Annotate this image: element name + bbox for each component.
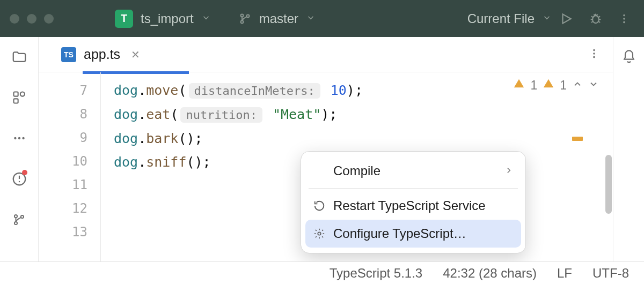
structure-tool-icon[interactable] <box>10 88 28 107</box>
svg-point-22 <box>318 232 321 235</box>
run-icon[interactable] <box>559 12 573 26</box>
zoom-window-button[interactable] <box>44 14 54 24</box>
git-branch-icon <box>239 12 252 25</box>
ts-version-widget[interactable]: TypeScript 5.1.3 <box>330 266 422 281</box>
warning-marker[interactable] <box>572 137 583 141</box>
editor-tab-bar: TS app.ts ✕ <box>39 37 613 72</box>
svg-point-11 <box>14 137 16 139</box>
project-name-dropdown[interactable]: ts_import <box>141 11 194 26</box>
next-highlight-icon[interactable] <box>588 78 599 93</box>
warning-icon <box>543 78 554 93</box>
caret-position-widget[interactable]: 42:32 (28 chars) <box>443 266 537 281</box>
warning-icon <box>513 78 525 93</box>
prev-highlight-icon[interactable] <box>572 78 583 93</box>
chevron-down-icon <box>306 13 316 25</box>
notifications-icon[interactable] <box>620 48 638 66</box>
typescript-file-icon: TS <box>61 47 76 62</box>
svg-point-4 <box>592 16 599 23</box>
notification-dot <box>22 170 27 175</box>
svg-point-13 <box>22 137 24 139</box>
left-toolwindow-rail <box>0 37 39 268</box>
error-stripe[interactable] <box>572 137 581 162</box>
svg-point-20 <box>593 53 595 55</box>
tab-filename: app.ts <box>84 47 120 62</box>
tab-options-icon[interactable] <box>588 48 600 62</box>
inspections-widget[interactable]: 1 1 <box>513 78 599 93</box>
scrollbar-thumb[interactable] <box>605 155 612 214</box>
svg-point-16 <box>14 215 17 218</box>
problems-tool-icon[interactable] <box>10 170 28 188</box>
svg-point-6 <box>623 18 625 20</box>
svg-point-18 <box>20 215 23 218</box>
line-number: 8 <box>39 102 87 126</box>
line-number: 13 <box>39 220 87 244</box>
line-number: 10 <box>39 150 87 173</box>
menu-item-configure[interactable]: Configure TypeScript… <box>305 220 521 248</box>
menu-item-restart[interactable]: Restart TypeScript Service <box>301 192 525 220</box>
line-number: 7 <box>39 79 87 102</box>
vcs-tool-icon[interactable] <box>10 211 28 229</box>
typescript-widget-menu: Compile Restart TypeScript Service Confi… <box>301 151 526 253</box>
svg-point-17 <box>14 222 17 225</box>
inlay-hint: distanceInMeters: <box>189 83 320 99</box>
chevron-right-icon <box>504 163 514 178</box>
svg-point-1 <box>240 20 243 23</box>
run-config-dropdown[interactable]: Current File <box>467 11 535 26</box>
code-line[interactable]: dog.eat(nutrition: "Meat"); <box>114 103 363 127</box>
editor-tab-active[interactable]: TS app.ts ✕ <box>52 37 150 72</box>
line-separator-widget[interactable]: LF <box>557 266 572 281</box>
gear-icon <box>313 228 326 240</box>
chevron-down-icon <box>542 13 552 25</box>
svg-point-21 <box>593 56 595 58</box>
title-bar: T ts_import master Current File <box>0 0 644 37</box>
line-number-gutter: 78910111213 <box>39 72 101 268</box>
svg-point-0 <box>240 14 243 17</box>
minimize-window-button[interactable] <box>27 14 36 24</box>
menu-item-compile[interactable]: Compile <box>301 157 525 185</box>
close-window-button[interactable] <box>10 14 19 24</box>
svg-point-9 <box>20 92 24 96</box>
menu-item-label: Restart TypeScript Service <box>333 198 486 213</box>
svg-point-7 <box>623 21 625 23</box>
kebab-menu-icon[interactable] <box>618 13 630 25</box>
warning-count-1: 1 <box>530 78 537 93</box>
restart-icon <box>313 200 326 212</box>
branch-name-dropdown[interactable]: master <box>259 11 298 26</box>
warning-count-2: 1 <box>560 78 567 93</box>
inlay-hint: nutrition: <box>180 107 262 123</box>
svg-rect-10 <box>13 99 18 103</box>
svg-marker-3 <box>563 14 571 23</box>
chevron-down-icon <box>201 13 211 25</box>
line-number: 11 <box>39 173 87 197</box>
debug-icon[interactable] <box>588 11 603 26</box>
more-tool-icon[interactable] <box>10 129 28 147</box>
status-bar: TypeScript 5.1.3 42:32 (28 chars) LF UTF… <box>0 261 644 284</box>
svg-point-19 <box>593 49 595 51</box>
code-line[interactable]: dog.bark(); <box>114 127 363 151</box>
window-controls <box>10 14 54 24</box>
svg-point-5 <box>623 14 625 16</box>
code-line[interactable]: dog.move(distanceInMeters: 10); <box>114 79 363 103</box>
encoding-widget[interactable]: UTF-8 <box>592 266 629 281</box>
svg-point-12 <box>18 137 20 139</box>
right-toolwindow-rail <box>613 37 644 268</box>
line-number: 9 <box>39 126 87 150</box>
svg-point-15 <box>18 181 20 183</box>
menu-separator <box>309 188 518 189</box>
project-tool-icon[interactable] <box>10 48 28 66</box>
line-number: 12 <box>39 197 87 220</box>
svg-point-2 <box>246 14 249 17</box>
menu-item-label: Configure TypeScript… <box>333 226 466 241</box>
menu-item-label: Compile <box>333 163 380 178</box>
project-badge: T <box>115 10 133 28</box>
svg-rect-8 <box>13 92 18 96</box>
close-tab-icon[interactable]: ✕ <box>131 48 140 61</box>
